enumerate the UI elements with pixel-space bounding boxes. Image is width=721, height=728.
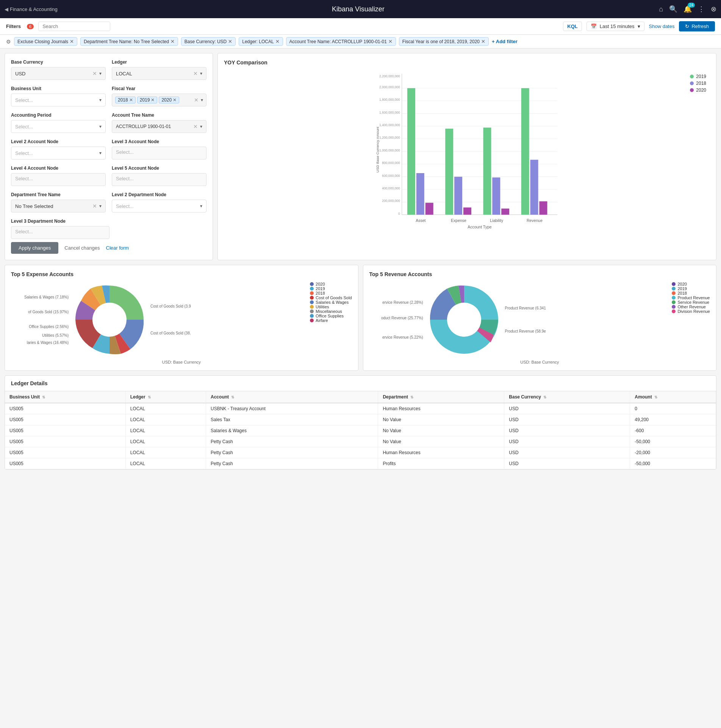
table-body: US005 LOCAL USBNK - Treasury Account Hum… bbox=[5, 403, 716, 469]
table-row: US005 LOCAL Salaries & Wages No Value US… bbox=[5, 425, 716, 436]
table-row: US005 LOCAL Sales Tax No Value USD 49,20… bbox=[5, 414, 716, 425]
cell-business-unit: US005 bbox=[5, 447, 125, 458]
legend-dot-2018 bbox=[690, 81, 694, 85]
filter-remove-3[interactable]: ✕ bbox=[275, 39, 280, 44]
base-currency-select[interactable]: USD ✕ ▾ bbox=[11, 67, 106, 80]
table-head: Business Unit ⇅ Ledger ⇅ Account ⇅ Depar… bbox=[5, 391, 716, 403]
dept-tree-clear[interactable]: ✕ bbox=[92, 203, 97, 209]
show-dates-button[interactable]: Show dates bbox=[649, 23, 675, 29]
table-row: US005 LOCAL Petty Cash No Value USD -50,… bbox=[5, 436, 716, 447]
time-range-value: Last 15 minutes bbox=[600, 23, 635, 29]
cell-account: USBNK - Treasury Account bbox=[206, 403, 378, 414]
accounting-period-select[interactable]: Select... ▾ bbox=[11, 120, 106, 133]
cell-department: No Value bbox=[378, 425, 504, 436]
level3-dept-node-input[interactable]: Select... bbox=[11, 226, 109, 239]
remove-2019[interactable]: ✕ bbox=[151, 97, 155, 103]
level4-account-input[interactable]: Select... bbox=[11, 173, 106, 186]
level2-account-select[interactable]: Select... ▾ bbox=[11, 147, 106, 159]
cell-amount: -50,000 bbox=[630, 458, 716, 469]
th-account[interactable]: Account ⇅ bbox=[206, 391, 378, 403]
level3-account-input[interactable]: Select... bbox=[112, 147, 206, 159]
fiscal-year-tag-2018: 2018 ✕ bbox=[115, 97, 136, 103]
cell-business-unit: US005 bbox=[5, 403, 125, 414]
apply-changes-button[interactable]: Apply changes bbox=[11, 242, 58, 254]
bar-asset-2018 bbox=[416, 173, 424, 215]
cell-base-currency: USD bbox=[504, 458, 630, 469]
th-ledger[interactable]: Ledger ⇅ bbox=[125, 391, 206, 403]
add-filter-button[interactable]: + Add filter bbox=[492, 39, 518, 44]
table-header: Ledger Details bbox=[5, 376, 716, 391]
svg-text:800,000,000: 800,000,000 bbox=[382, 161, 400, 165]
business-unit-select[interactable]: Select... ▾ bbox=[11, 94, 106, 106]
time-range-picker[interactable]: 📅 Last 15 minutes ▾ bbox=[586, 22, 644, 31]
table-row: US005 LOCAL Petty Cash Profits USD -50,0… bbox=[5, 458, 716, 469]
svg-text:2,200,000,000: 2,200,000,000 bbox=[379, 74, 400, 78]
level2-account-label: Level 2 Account Node bbox=[11, 139, 106, 144]
level5-account-input[interactable]: Select... bbox=[112, 173, 206, 186]
yoy-chart-panel: YOY Comparison 2019 2018 2020 bbox=[217, 53, 716, 260]
th-base-currency[interactable]: Base Currency ⇅ bbox=[504, 391, 630, 403]
dept-tree-chevron: ▾ bbox=[99, 203, 102, 209]
clear-form-button[interactable]: Clear form bbox=[106, 245, 129, 251]
level2-dept-node-select[interactable]: Select... ▾ bbox=[112, 200, 206, 212]
filter-tag-1: Department Tree Name: No Tree Selected ✕ bbox=[80, 37, 178, 46]
dept-tree-name-group: Department Tree Name No Tree Selected ✕ … bbox=[11, 192, 106, 212]
fiscal-year-chevron: ▾ bbox=[201, 97, 203, 103]
more-menu-icon[interactable]: ⋮ bbox=[698, 5, 705, 13]
top-nav: ◀ Finance & Accounting Kibana Visualizer… bbox=[0, 0, 721, 18]
cell-ledger: LOCAL bbox=[125, 447, 206, 458]
ledger-select[interactable]: LOCAL ✕ ▾ bbox=[112, 67, 206, 80]
settings-icon[interactable]: ⊗ bbox=[711, 5, 716, 13]
back-button[interactable]: ◀ Finance & Accounting bbox=[5, 6, 58, 12]
th-amount[interactable]: Amount ⇅ bbox=[630, 391, 716, 403]
svg-text:200,000,000: 200,000,000 bbox=[382, 199, 400, 203]
search-input[interactable] bbox=[38, 22, 110, 31]
level2-3-account-row: Level 2 Account Node Select... ▾ Level 3… bbox=[11, 139, 206, 159]
expense-donut-wrapper: Salaries & Wages (7.18%) of Goods Sold (… bbox=[19, 282, 344, 358]
bar-asset-2020 bbox=[425, 203, 433, 215]
remove-2018[interactable]: ✕ bbox=[129, 97, 133, 103]
fiscal-year-clear[interactable]: ✕ bbox=[194, 97, 199, 103]
notifications-icon[interactable]: 🔔 24 bbox=[683, 5, 692, 13]
dept-tree-name-label: Department Tree Name bbox=[11, 192, 106, 197]
kql-button[interactable]: KQL bbox=[563, 22, 582, 31]
refresh-button[interactable]: ↻ Refresh bbox=[679, 21, 715, 31]
dept-tree-name-select[interactable]: No Tree Selected ✕ ▾ bbox=[11, 200, 106, 212]
account-tree-chevron: ▾ bbox=[200, 124, 202, 129]
filter-remove-2[interactable]: ✕ bbox=[228, 39, 232, 44]
accounting-period-chevron: ▾ bbox=[99, 124, 102, 129]
cell-account: Salaries & Wages bbox=[206, 425, 378, 436]
ledger-clear[interactable]: ✕ bbox=[193, 70, 198, 77]
cell-business-unit: US005 bbox=[5, 425, 125, 436]
search-icon[interactable]: 🔍 bbox=[669, 5, 677, 13]
th-business-unit[interactable]: Business Unit ⇅ bbox=[5, 391, 125, 403]
fiscal-year-select[interactable]: 2018 ✕ 2019 ✕ 2020 ✕ ✕ ▾ bbox=[112, 94, 206, 106]
cell-account: Sales Tax bbox=[206, 414, 378, 425]
filter-remove-5[interactable]: ✕ bbox=[481, 39, 485, 44]
level5-account-label: Level 5 Account Node bbox=[112, 166, 206, 171]
filter-remove-1[interactable]: ✕ bbox=[170, 39, 175, 44]
cell-ledger: LOCAL bbox=[125, 458, 206, 469]
account-tree-name-select[interactable]: ACCTROLLUP 1900-01-01 ✕ ▾ bbox=[112, 120, 206, 133]
cell-base-currency: USD bbox=[504, 414, 630, 425]
bar-expense-2020 bbox=[463, 208, 471, 215]
th-department[interactable]: Department ⇅ bbox=[378, 391, 504, 403]
svg-point-31 bbox=[92, 303, 127, 337]
cell-base-currency: USD bbox=[504, 447, 630, 458]
filter-settings-icon[interactable]: ⚙ bbox=[6, 39, 11, 45]
sort-department-icon: ⇅ bbox=[410, 395, 413, 399]
home-icon[interactable]: ⌂ bbox=[659, 5, 663, 13]
svg-text:1,200,000,000: 1,200,000,000 bbox=[379, 136, 400, 139]
cancel-changes-button[interactable]: Cancel changes bbox=[63, 242, 101, 254]
expense-legend: 2020 2019 2018 Cost of Goods Sold Salari… bbox=[310, 282, 352, 323]
currency-ledger-row: Base Currency USD ✕ ▾ Ledger LOCAL bbox=[11, 59, 206, 80]
cell-ledger: LOCAL bbox=[125, 436, 206, 447]
base-currency-label: Base Currency bbox=[11, 59, 106, 65]
account-tree-clear[interactable]: ✕ bbox=[193, 123, 198, 130]
remove-2020[interactable]: ✕ bbox=[173, 97, 177, 103]
bar-revenue-2020 bbox=[539, 202, 547, 215]
expense-chart-title: Top 5 Expense Accounts bbox=[11, 271, 352, 277]
base-currency-clear[interactable]: ✕ bbox=[92, 70, 97, 77]
filter-remove-4[interactable]: ✕ bbox=[388, 39, 393, 44]
filter-remove-0[interactable]: ✕ bbox=[70, 39, 74, 44]
